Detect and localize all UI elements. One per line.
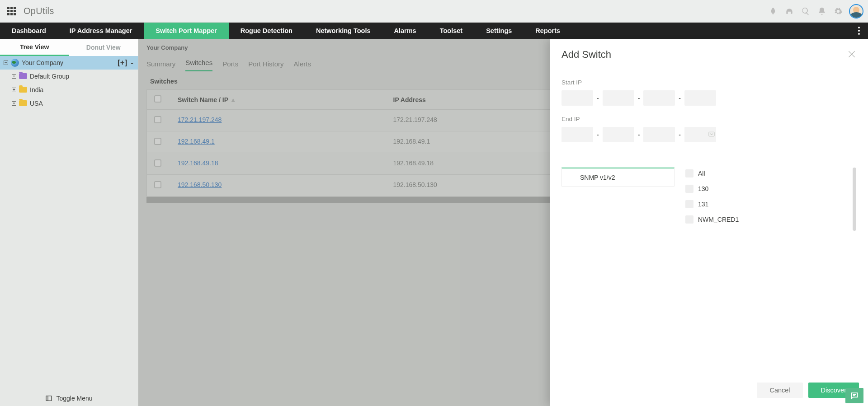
main-nav: Dashboard IP Address Manager Switch Port… <box>0 23 868 39</box>
tree: − Your Company [+] - + Default Group + I… <box>0 56 138 390</box>
cancel-button[interactable]: Cancel <box>757 383 802 398</box>
credential-label: NWM_CRED1 <box>698 216 739 223</box>
folder-icon <box>19 87 27 93</box>
expand-icon[interactable]: + <box>12 101 16 106</box>
tree-item-label: Default Group <box>30 73 138 80</box>
credential-checkbox[interactable] <box>685 169 693 177</box>
start-ip-label: Start IP <box>561 79 856 86</box>
credential-item[interactable]: 130 <box>685 185 856 193</box>
view-tabs: Tree View Donut View <box>0 39 138 56</box>
credential-item[interactable]: NWM_CRED1 <box>685 215 856 224</box>
left-pane: Tree View Donut View − Your Company [+] … <box>0 39 138 406</box>
nav-networking-tools[interactable]: Networking Tools <box>304 23 382 39</box>
nav-rogue-detection[interactable]: Rogue Detection <box>229 23 304 39</box>
collapse-icon[interactable]: − <box>4 61 8 65</box>
credential-checkbox[interactable] <box>685 185 693 193</box>
tree-item-label: India <box>30 86 138 93</box>
nav-switch-port-mapper[interactable]: Switch Port Mapper <box>144 23 228 39</box>
rocket-icon[interactable] <box>766 4 780 19</box>
start-ip-octet-3[interactable] <box>643 90 675 106</box>
tab-donut-view[interactable]: Donut View <box>69 39 138 56</box>
close-icon[interactable] <box>847 50 856 60</box>
credential-list: All130131NWM_CRED1 <box>685 168 856 224</box>
credential-type-tab[interactable]: SNMP v1/v2 <box>561 168 675 187</box>
credential-label: All <box>698 170 705 177</box>
gear-icon[interactable] <box>831 4 845 19</box>
nav-settings[interactable]: Settings <box>474 23 524 39</box>
search-icon[interactable] <box>798 4 813 19</box>
credential-label: 131 <box>698 201 708 208</box>
expand-icon[interactable]: + <box>12 74 16 79</box>
add-switch-panel: Add Switch Start IP - - - End IP - - - <box>550 39 868 406</box>
headset-icon[interactable] <box>782 4 797 19</box>
chat-fab[interactable] <box>845 388 863 403</box>
nav-toolset[interactable]: Toolset <box>428 23 474 39</box>
toggle-menu-icon <box>45 395 52 402</box>
start-ip-octet-2[interactable] <box>603 90 634 106</box>
nav-more-icon[interactable] <box>850 23 868 39</box>
brand-title: OpUtils <box>24 6 54 16</box>
credential-scrollbar[interactable] <box>853 168 856 231</box>
tree-item-default-group[interactable]: + Default Group <box>0 70 138 83</box>
globe-icon <box>11 59 19 67</box>
svg-rect-4 <box>709 132 714 136</box>
tree-collapse-button[interactable]: - <box>131 58 133 67</box>
ip-range-helper-icon[interactable] <box>708 131 715 139</box>
credential-checkbox[interactable] <box>685 215 693 224</box>
folder-icon <box>19 73 27 79</box>
end-ip-octet-2[interactable] <box>603 127 634 142</box>
tree-item-india[interactable]: + India <box>0 83 138 97</box>
tree-item-label: USA <box>30 100 138 107</box>
end-ip-row: - - - <box>561 127 856 142</box>
panel-title: Add Switch <box>561 49 847 61</box>
credential-item[interactable]: All <box>685 169 856 177</box>
credential-checkbox[interactable] <box>685 200 693 208</box>
tree-root-label: Your Company <box>22 59 118 66</box>
start-ip-row: - - - <box>561 90 856 106</box>
tab-tree-view[interactable]: Tree View <box>0 39 69 56</box>
nav-alarms[interactable]: Alarms <box>382 23 428 39</box>
credential-label: 130 <box>698 185 708 192</box>
tree-item-usa[interactable]: + USA <box>0 97 138 110</box>
nav-dashboard[interactable]: Dashboard <box>0 23 58 39</box>
toggle-menu-label: Toggle Menu <box>56 395 92 402</box>
user-avatar[interactable] <box>849 4 863 19</box>
start-ip-octet-1[interactable] <box>561 90 593 106</box>
top-bar: OpUtils <box>0 0 868 23</box>
tree-add-button[interactable]: [+] <box>118 58 127 67</box>
nav-ip-address-manager[interactable]: IP Address Manager <box>58 23 144 39</box>
end-ip-label: End IP <box>561 116 856 122</box>
tree-root[interactable]: − Your Company [+] - <box>0 56 138 70</box>
end-ip-octet-3[interactable] <box>643 127 675 142</box>
toggle-menu-button[interactable]: Toggle Menu <box>0 390 138 406</box>
start-ip-octet-4[interactable] <box>684 90 716 106</box>
nav-reports[interactable]: Reports <box>524 23 572 39</box>
bell-icon[interactable] <box>815 4 829 19</box>
credentials-area: SNMP v1/v2 All130131NWM_CRED1 <box>561 168 856 224</box>
end-ip-octet-1[interactable] <box>561 127 593 142</box>
apps-grid-icon[interactable] <box>7 7 16 16</box>
folder-icon <box>19 100 27 106</box>
svg-rect-0 <box>46 396 52 401</box>
expand-icon[interactable]: + <box>12 88 16 92</box>
credential-item[interactable]: 131 <box>685 200 856 208</box>
